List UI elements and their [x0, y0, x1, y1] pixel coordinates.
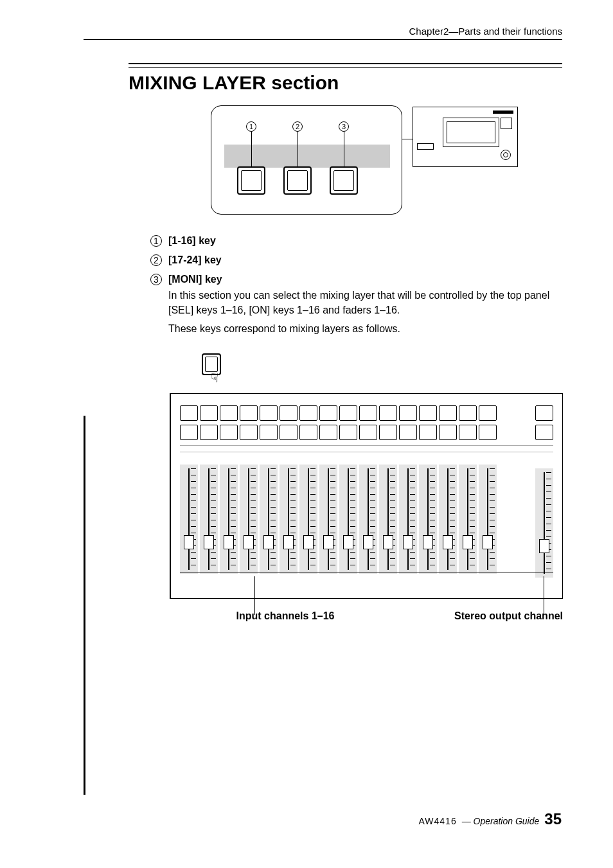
item-label-1: [1-16] key [168, 235, 216, 247]
caption-input-channels: Input channels 1–16 [189, 610, 382, 622]
fader-icon [180, 465, 198, 574]
on-key-icon [220, 425, 238, 440]
on-key-icon [200, 425, 218, 440]
on-key-icon [479, 425, 497, 440]
sel-key-icon [220, 405, 238, 421]
page-footer: AW4416 — Operation Guide 35 [418, 810, 562, 828]
key-17-24-icon [283, 166, 312, 195]
sel-key-icon [200, 405, 218, 421]
on-key-icon [299, 425, 317, 440]
sel-key-icon [319, 405, 337, 421]
sel-key-icon [280, 405, 298, 421]
callout-list: 1 [1-16] key 2 [17-24] key 3 [MONI] key [150, 235, 562, 285]
stereo-channel-icon [535, 405, 553, 589]
key-1-16-icon [237, 166, 265, 195]
vertical-rule [84, 416, 85, 795]
fader-icon [439, 465, 457, 574]
on-key-icon [180, 425, 198, 440]
fader-icon [359, 465, 377, 574]
on-key-icon [459, 425, 477, 440]
sel-key-icon [419, 405, 437, 421]
fader-icon [479, 465, 497, 574]
on-key-icon [399, 425, 417, 440]
device-overview-icon [413, 107, 518, 167]
callout-1: 1 [246, 121, 256, 132]
fader-icon [399, 465, 417, 574]
fader-icon [280, 465, 298, 574]
caption-stereo-output: Stereo output channel [454, 610, 563, 622]
sel-key-icon [260, 405, 278, 421]
press-key-icon: ☟ [202, 353, 227, 385]
sel-key-icon [240, 405, 258, 421]
body-text: In this section you can select the mixin… [168, 288, 562, 337]
fader-icon [339, 465, 357, 574]
callout-2: 2 [292, 121, 303, 132]
item-label-3: [MONI] key [168, 274, 222, 285]
on-key-icon [260, 425, 278, 440]
sel-key-icon [339, 405, 357, 421]
on-key-icon [419, 425, 437, 440]
sel-key-icon [180, 405, 198, 421]
sel-key-icon [439, 405, 457, 421]
section-title: MIXING LAYER section [129, 72, 562, 94]
sel-key-icon [299, 405, 317, 421]
on-key-icon [379, 425, 397, 440]
sel-key-icon [479, 405, 497, 421]
sel-key-icon [399, 405, 417, 421]
chapter-header: Chapter2—Parts and their functions [84, 26, 562, 40]
on-key-icon [319, 425, 337, 440]
callout-3: 3 [339, 121, 349, 132]
sel-key-icon [379, 405, 397, 421]
callout-num-3: 3 [150, 274, 168, 285]
mixing-layer-diagram: 1 2 3 [211, 105, 518, 216]
fader-icon [260, 465, 278, 574]
callout-num-2: 2 [150, 254, 168, 266]
fader-icon [220, 465, 238, 574]
key-moni-icon [330, 166, 358, 195]
mixer-layout-figure: Input channels 1–16 Stereo output channe… [170, 393, 563, 622]
item-label-2: [17-24] key [168, 254, 222, 266]
fader-icon [419, 465, 437, 574]
section-rule [129, 63, 562, 68]
sel-key-icon [459, 405, 477, 421]
on-key-icon [280, 425, 298, 440]
fader-icon [200, 465, 218, 574]
fader-icon [240, 465, 258, 574]
panel-zoom: 1 2 3 [211, 105, 402, 215]
fader-icon [319, 465, 337, 574]
callout-num-1: 1 [150, 235, 168, 247]
page-number: 35 [544, 810, 562, 828]
on-key-icon [439, 425, 457, 440]
fader-icon [379, 465, 397, 574]
fader-icon [299, 465, 317, 574]
on-key-icon [240, 425, 258, 440]
on-key-icon [359, 425, 377, 440]
sel-key-icon [359, 405, 377, 421]
brand-logo: AW4416 [418, 816, 456, 826]
on-key-icon [339, 425, 357, 440]
fader-icon [459, 465, 477, 574]
